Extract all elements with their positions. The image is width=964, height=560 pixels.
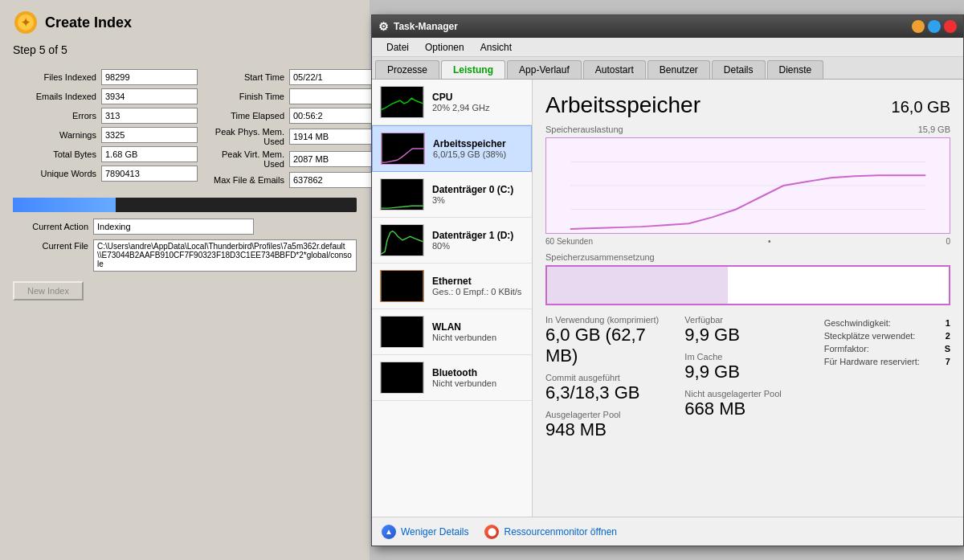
new-index-button[interactable]: New Index (13, 281, 84, 300)
stat-available: Verfügbar 9,9 GB (684, 315, 811, 345)
menu-datei[interactable]: Datei (378, 40, 417, 55)
current-file-text: C:\Users\andre\AppData\Local\Thunderbird… (93, 239, 357, 272)
tab-prozesse[interactable]: Prozesse (375, 60, 439, 79)
resource-item-wlan[interactable]: WLAN Nicht verbunden (372, 309, 532, 355)
detail-title: Arbeitsspeicher (545, 92, 701, 118)
maximize-button[interactable] (928, 20, 941, 33)
resource-item-cpu[interactable]: CPU 20% 2,94 GHz (372, 80, 532, 125)
stat-form-factor: Formfaktor: S (824, 344, 950, 354)
compose-label: Speicherzusammensetzung (545, 252, 950, 262)
panel-header: ✦ Create Index (13, 10, 357, 35)
svg-rect-7 (381, 271, 423, 301)
tab-app-verlauf[interactable]: App-Verlauf (507, 60, 582, 79)
chart-time-dot: • (768, 237, 771, 246)
weniger-details-button[interactable]: ▲ Weniger Details (382, 525, 468, 539)
stat-nonpaged-value: 668 MB (684, 399, 811, 419)
errors-input[interactable] (101, 108, 198, 124)
stat-nonpaged-label: Nicht ausgelagerter Pool (684, 389, 811, 399)
warnings-input[interactable] (101, 127, 198, 143)
disk1-info: Datenträger 1 (D:) 80% (432, 230, 524, 251)
stat-speed-value: 1 (946, 318, 950, 328)
menu-ansicht[interactable]: Ansicht (472, 40, 520, 55)
stats-col1: In Verwendung (komprimiert) 6,0 GB (62,7… (545, 315, 672, 447)
resource-item-ethernet[interactable]: Ethernet Ges.: 0 Empf.: 0 KBit/s (372, 264, 532, 309)
memory-main-chart (545, 137, 950, 234)
stats-col3: Geschwindigkeit: 1 Steckplätze verwendet… (824, 315, 950, 447)
weniger-details-icon: ▲ (382, 525, 396, 539)
task-manager-titlebar: ⚙ Task-Manager (372, 15, 963, 38)
total-bytes-input[interactable] (101, 146, 198, 162)
tab-dienste[interactable]: Dienste (767, 60, 824, 79)
chart-time-label: 60 Sekunden (545, 237, 593, 246)
wlan-name: WLAN (432, 321, 524, 333)
time-elapsed-label: Time Elapsed (201, 111, 289, 121)
close-button[interactable] (944, 20, 957, 33)
stat-paged-value: 948 MB (545, 419, 672, 440)
chart-label: Speicherauslastung (545, 125, 623, 134)
stat-hw-reserved-label: Für Hardware reserviert: (824, 357, 920, 366)
errors-row: Errors (13, 108, 201, 124)
progress-bar-dark (116, 198, 357, 212)
ressourcenmonitor-button[interactable]: ⬤ Ressourcenmonitor öffnen (484, 525, 617, 539)
ressourcenmonitor-label: Ressourcenmonitor öffnen (504, 526, 617, 538)
svg-rect-8 (381, 317, 423, 347)
progress-bar-container (13, 198, 357, 212)
compose-chart (545, 265, 950, 305)
disk1-mini-chart (381, 225, 423, 255)
start-time-label: Start Time (201, 72, 289, 82)
stat-commit-label: Commit ausgeführt (545, 373, 672, 382)
peak-virt-mem-label: Peak Virt. Mem. Used (201, 149, 289, 169)
unique-words-input[interactable] (101, 166, 198, 182)
resource-item-memory[interactable]: Arbeitsspeicher 6,0/15,9 GB (38%) (372, 125, 532, 172)
svg-rect-5 (381, 179, 423, 210)
emails-indexed-input[interactable] (101, 88, 198, 104)
stat-form-factor-value: S (945, 344, 950, 354)
peak-phys-mem-label: Peak Phys. Mem. Used (201, 127, 289, 146)
resource-item-disk0[interactable]: Datenträger 0 (C:) 3% (372, 172, 532, 218)
cpu-mini-chart (381, 87, 423, 117)
tab-autostart[interactable]: Autostart (583, 60, 646, 79)
weniger-details-label: Weniger Details (401, 526, 468, 538)
ethernet-value: Ges.: 0 Empf.: 0 KBit/s (432, 287, 524, 296)
warnings-row: Warnings (13, 127, 201, 143)
menu-optionen[interactable]: Optionen (417, 40, 472, 55)
stat-cache-value: 9,9 GB (684, 362, 811, 382)
files-indexed-input[interactable] (101, 69, 198, 85)
stat-available-value: 9,9 GB (684, 325, 811, 345)
finish-time-label: Finish Time (201, 92, 289, 101)
stat-in-use-label: In Verwendung (komprimiert) (545, 315, 672, 325)
panel-title: Create Index (45, 14, 132, 31)
emails-indexed-label: Emails Indexed (13, 92, 101, 101)
total-bytes-label: Total Bytes (13, 149, 101, 159)
minimize-button[interactable] (912, 20, 925, 33)
disk0-thumb (380, 178, 424, 211)
tab-details[interactable]: Details (712, 60, 766, 79)
max-file-emails-label: Max File & Emails (201, 175, 289, 185)
ethernet-name: Ethernet (432, 276, 524, 287)
disk0-value: 3% (432, 195, 524, 205)
cpu-thumb (380, 86, 424, 118)
task-manager-body: CPU 20% 2,94 GHz Arbeitsspeicher 6,0/15,… (372, 80, 963, 517)
task-manager-window: ⚙ Task-Manager Datei Optionen Ansicht Pr… (371, 14, 964, 546)
ethernet-mini-chart (381, 271, 423, 301)
task-manager-icon: ⚙ (378, 20, 389, 33)
stat-slots: Steckplätze verwendet: 2 (824, 331, 950, 341)
resource-item-bluetooth[interactable]: Bluetooth Nicht verbunden (372, 355, 532, 401)
current-action-label: Current Action (13, 222, 93, 231)
memory-value: 6,0/15,9 GB (38%) (433, 149, 523, 159)
chart-max: 15,9 GB (918, 125, 950, 134)
create-index-panel: ✦ Create Index Step 5 of 5 Files Indexed… (0, 0, 370, 560)
task-manager-tabs: Prozesse Leistung App-Verlauf Autostart … (372, 57, 963, 80)
resource-item-disk1[interactable]: Datenträger 1 (D:) 80% (372, 218, 532, 264)
tab-benutzer[interactable]: Benutzer (647, 60, 710, 79)
current-file-row: Current File C:\Users\andre\AppData\Loca… (13, 239, 357, 272)
warnings-label: Warnings (13, 130, 101, 140)
detail-header: Arbeitsspeicher 16,0 GB (545, 92, 950, 118)
bluetooth-mini-chart (381, 362, 423, 393)
stat-paged-label: Ausgelagerter Pool (545, 410, 672, 419)
current-action-row: Current Action (13, 219, 357, 235)
stat-slots-label: Steckplätze verwendet: (824, 331, 916, 341)
tab-leistung[interactable]: Leistung (441, 60, 505, 79)
current-action-input[interactable] (93, 219, 254, 235)
cpu-value: 20% 2,94 GHz (432, 103, 524, 112)
